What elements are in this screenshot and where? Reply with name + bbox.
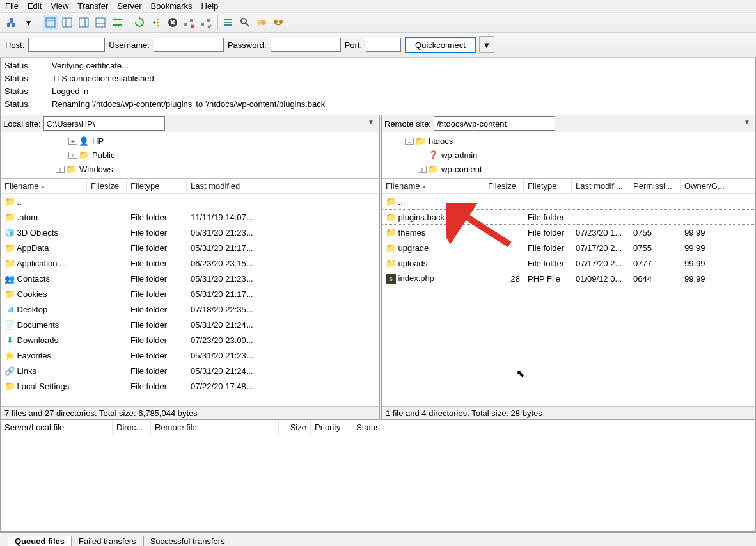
local-col-filesize[interactable]: Filesize <box>87 179 127 193</box>
reconnect-icon[interactable] <box>198 15 214 30</box>
local-site-label: Local site: <box>3 119 41 129</box>
tree-toggler[interactable]: + <box>68 138 77 145</box>
remote-col-filetype[interactable]: Filetype <box>524 179 572 193</box>
tab-failed-transfers[interactable]: Failed transfers <box>72 536 143 546</box>
list-item[interactable]: themesFile folder07/23/20 1...075599 99 <box>382 225 755 240</box>
list-item[interactable]: ContactsFile folder05/31/20 21:23... <box>1 271 379 286</box>
list-item[interactable]: DesktopFile folder07/18/20 22:35... <box>1 301 379 317</box>
remote-col-filename[interactable]: Filename <box>382 179 484 193</box>
cancel-icon[interactable] <box>165 15 180 30</box>
tree-item[interactable]: +Public <box>1 148 379 162</box>
toggle-queue-icon[interactable] <box>93 15 108 30</box>
find-icon[interactable] <box>271 15 286 30</box>
process-queue-icon[interactable] <box>148 15 164 30</box>
list-item[interactable]: .. <box>1 194 379 209</box>
remote-col-permissions[interactable]: Permissi... <box>629 179 681 193</box>
remote-col-filesize[interactable]: Filesize <box>484 179 524 193</box>
list-item[interactable]: DocumentsFile folder05/31/20 21:24... <box>1 317 379 332</box>
local-col-filename[interactable]: Filename <box>1 179 87 193</box>
chevron-down-icon: ▼ <box>368 118 374 125</box>
username-input[interactable] <box>154 38 224 52</box>
list-item[interactable]: CookiesFile folder05/31/20 21:17... <box>1 286 379 301</box>
link-icon <box>4 365 15 376</box>
sitemanager-icon[interactable] <box>4 15 19 30</box>
message-log[interactable]: Status:Verifying certificate...Status:TL… <box>0 58 756 115</box>
list-item[interactable]: .. <box>382 194 755 209</box>
svg-rect-15 <box>190 19 193 22</box>
menu-help[interactable]: Help <box>201 1 219 11</box>
local-status: 7 files and 27 directories. Total size: … <box>1 406 379 419</box>
tree-item[interactable]: +HP <box>1 134 379 148</box>
toggle-log-icon[interactable] <box>43 15 58 30</box>
host-input[interactable] <box>28 38 105 52</box>
list-item[interactable]: Local SettingsFile folder07/22/20 17:48.… <box>1 378 379 394</box>
remote-tree[interactable]: -htdocswp-admin+wp-content <box>382 132 755 179</box>
local-col-modified[interactable]: Last modified <box>187 179 379 193</box>
list-item[interactable]: index.php28PHP File01/09/12 0...064499 9… <box>382 271 755 286</box>
desk-icon <box>4 304 15 314</box>
folder-icon <box>415 136 425 146</box>
refresh-icon[interactable] <box>132 15 147 30</box>
menu-file[interactable]: File <box>5 1 19 11</box>
password-input[interactable] <box>271 38 341 52</box>
toggle-remote-tree-icon[interactable] <box>76 15 91 30</box>
list-item[interactable]: Application ...File folder06/23/20 23:15… <box>1 255 379 271</box>
tree-item[interactable]: wp-admin <box>382 148 755 162</box>
queue-col-status[interactable]: Status <box>352 420 755 435</box>
port-input[interactable] <box>366 38 401 52</box>
local-file-list[interactable]: Filename Filesize Filetype Last modified… <box>1 179 379 406</box>
local-tree[interactable]: +HP+Public+Windows <box>1 132 379 179</box>
list-item[interactable]: uploadsFile folder07/17/20 2...077799 99 <box>382 255 755 271</box>
remote-file-list[interactable]: Filename Filesize Filetype Last modifi..… <box>382 179 755 406</box>
list-item[interactable]: FavoritesFile folder05/31/20 21:23... <box>1 348 379 363</box>
list-item[interactable]: AppDataFile folder05/31/20 21:17... <box>1 240 379 255</box>
menu-view[interactable]: View <box>51 1 68 11</box>
queue-col-direction[interactable]: Direc... <box>113 420 151 435</box>
fav-icon <box>4 350 15 360</box>
tab-successful-transfers[interactable]: Successful transfers <box>143 536 232 546</box>
menu-transfer[interactable]: Transfer <box>77 1 108 11</box>
queue-col-priority[interactable]: Priority <box>311 420 352 435</box>
quickconnect-history-button[interactable]: ▼ <box>479 36 494 53</box>
list-item[interactable]: 3D ObjectsFile folder05/31/20 21:23... <box>1 225 379 240</box>
svg-point-21 <box>241 19 246 24</box>
queue-col-server[interactable]: Server/Local file <box>1 420 113 435</box>
list-item[interactable]: plugins.backFile folder <box>382 209 755 225</box>
folder-icon <box>66 164 76 174</box>
queue-col-remote[interactable]: Remote file <box>151 420 279 435</box>
sync-browse-icon[interactable] <box>109 15 125 30</box>
disconnect-icon[interactable] <box>182 15 197 30</box>
remote-col-modified[interactable]: Last modifi... <box>572 179 629 193</box>
search-icon[interactable] <box>237 15 253 30</box>
menu-bookmarks[interactable]: Bookmarks <box>151 1 193 11</box>
tree-item[interactable]: +Windows <box>1 162 379 176</box>
tree-item[interactable]: +wp-content <box>382 162 755 176</box>
transfer-queue[interactable]: Server/Local file Direc... Remote file S… <box>0 420 756 532</box>
list-item[interactable]: .atomFile folder11/11/19 14:07... <box>1 209 379 225</box>
tab-queued-files[interactable]: Queued files <box>8 536 72 546</box>
folder-icon <box>386 212 396 222</box>
tree-toggler[interactable]: + <box>56 166 65 173</box>
local-path-input[interactable] <box>43 116 165 131</box>
queue-col-size[interactable]: Size <box>279 420 311 435</box>
toolbar: ▾ <box>0 12 756 33</box>
tree-item[interactable]: -htdocs <box>382 134 755 148</box>
list-item[interactable]: DownloadsFile folder07/23/20 23:00... <box>1 332 379 348</box>
remote-col-owner[interactable]: Owner/G... <box>681 179 755 193</box>
remote-path-input[interactable] <box>434 116 555 131</box>
filter-icon[interactable] <box>221 15 236 30</box>
toolbar-dropdown-icon[interactable]: ▾ <box>20 15 36 30</box>
toggle-local-tree-icon[interactable] <box>59 15 75 30</box>
compare-icon[interactable] <box>254 15 269 30</box>
tree-toggler[interactable]: + <box>68 152 77 159</box>
list-item[interactable]: LinksFile folder05/31/20 21:24... <box>1 363 379 378</box>
menu-server[interactable]: Server <box>117 1 141 11</box>
menu-edit[interactable]: Edit <box>28 1 42 11</box>
list-item[interactable]: upgradeFile folder07/17/20 2...075599 99 <box>382 240 755 255</box>
username-label: Username: <box>109 40 150 50</box>
quickconnect-button[interactable]: Quickconnect <box>405 37 476 53</box>
tree-toggler[interactable]: + <box>418 166 427 173</box>
password-label: Password: <box>228 40 267 50</box>
local-col-filetype[interactable]: Filetype <box>127 179 187 193</box>
tree-toggler[interactable]: - <box>405 138 414 145</box>
